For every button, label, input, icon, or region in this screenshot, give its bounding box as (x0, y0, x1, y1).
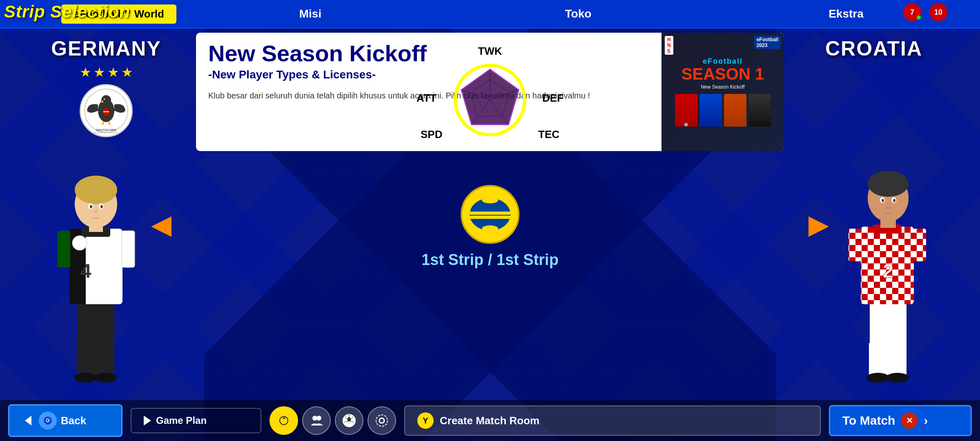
triangle-icon (144, 416, 151, 425)
left-team-name: GERMANY (51, 37, 161, 60)
banner-left-content: New Season Kickoff -New Player Types & L… (196, 33, 662, 151)
star-1: ★ (80, 65, 91, 80)
season-sublabel: New Season Kickoff (701, 84, 744, 90)
svg-rect-46 (870, 302, 888, 343)
squad-icon (309, 413, 324, 428)
ball-icon-active (276, 413, 291, 428)
online-indicator (917, 16, 921, 20)
svg-point-23 (75, 176, 117, 204)
svg-marker-68 (25, 416, 31, 425)
to-match-label: To Match (842, 414, 895, 428)
svg-point-27 (100, 205, 103, 208)
banner-right-promo: eFootball2023 HNS eFootball SEASON 1 New… (662, 33, 784, 151)
svg-point-71 (277, 414, 290, 427)
svg-point-83 (376, 415, 388, 426)
efootball-text: eFootball (703, 57, 743, 66)
hns-badge: HNS (665, 36, 673, 55)
svg-rect-5 (103, 111, 109, 112)
prev-strip-button[interactable] (147, 212, 176, 243)
to-match-button[interactable]: To Match ✕ › (829, 405, 972, 436)
svg-point-51 (886, 373, 909, 383)
croatia-player-svg: 2 (825, 122, 947, 400)
player-thumb-3 (724, 94, 746, 127)
top-navigation: Strip Selection eFootball™ World Misi To… (0, 0, 980, 29)
svg-text:O: O (46, 418, 49, 423)
svg-rect-21 (122, 231, 135, 267)
promo-collage: eFootball SEASON 1 New Season Kickoff ⚽ (662, 33, 784, 151)
team-strip-icon-btn[interactable] (270, 406, 298, 435)
svg-point-26 (90, 205, 92, 208)
promo-banner: New Season Kickoff -New Player Types & L… (196, 33, 784, 151)
svg-rect-49 (887, 343, 906, 376)
back-label: Back (61, 414, 86, 427)
svg-point-19 (72, 236, 87, 250)
star-4: ★ (121, 65, 133, 80)
squad-icon-btn[interactable] (302, 406, 331, 435)
game-plan-button[interactable]: Game Plan (131, 408, 261, 433)
player-thumb-2 (699, 94, 722, 127)
back-circle-icon: O (39, 412, 57, 430)
banner-subtitle: -New Player Types & Licenses- (208, 68, 649, 81)
svg-text:4: 4 (80, 260, 91, 282)
svg-rect-12 (95, 343, 114, 376)
left-team-section: GERMANY ★ ★ ★ ★ (0, 29, 212, 400)
svg-rect-48 (869, 343, 888, 376)
football-icon (342, 413, 356, 428)
svg-point-13 (74, 373, 97, 383)
svg-point-2 (101, 95, 111, 106)
svg-rect-60 (913, 229, 926, 261)
nav-toko[interactable]: Toko (444, 7, 712, 20)
football-icon-btn[interactable] (335, 406, 363, 435)
svg-point-62 (868, 171, 909, 197)
settings-icon (374, 413, 389, 428)
game-plan-label: Game Plan (156, 415, 207, 426)
svg-point-43 (482, 225, 498, 232)
right-team-section: CROATIA (768, 29, 980, 400)
page-title: Strip Selection (4, 2, 130, 22)
player-thumb-1: ⚽ (675, 94, 697, 127)
star-3: ★ (107, 65, 119, 80)
germany-player-figure: 4 (33, 122, 155, 400)
notification-badge-2[interactable]: 10 (929, 3, 947, 21)
y-button-icon: Y (417, 412, 434, 429)
main-content: GERMANY ★ ★ ★ ★ (0, 29, 980, 400)
banner-description: Klub besar dari seluruh dunia telah dipi… (208, 89, 649, 102)
svg-rect-20 (57, 231, 70, 267)
svg-point-74 (316, 416, 321, 421)
create-match-button[interactable]: Y Create Match Room (404, 405, 821, 436)
svg-point-14 (94, 373, 117, 383)
svg-rect-67 (880, 220, 896, 228)
center-strip-area: 1st Strip / 1st Strip (421, 184, 559, 269)
svg-point-66 (893, 199, 895, 202)
strip-logo-svg (459, 184, 521, 245)
right-chevron-icon: › (924, 414, 928, 428)
banner-title: New Season Kickoff (208, 41, 649, 66)
strip-info-label: 1st Strip / 1st Strip (421, 251, 559, 269)
svg-point-6 (104, 98, 105, 100)
svg-rect-47 (888, 302, 906, 343)
bottom-action-bar: O Back Game Plan (0, 400, 980, 441)
settings-icon-btn[interactable] (368, 406, 396, 435)
croatia-player-figure: 2 (825, 122, 947, 400)
nav-misi[interactable]: Misi (176, 7, 444, 20)
svg-rect-28 (89, 224, 103, 232)
team-stars: ★ ★ ★ ★ (80, 65, 133, 80)
svg-point-42 (482, 197, 498, 203)
svg-rect-41 (470, 216, 510, 219)
left-arrow-icon (147, 212, 176, 241)
icon-button-group (270, 406, 396, 435)
svg-rect-9 (78, 302, 96, 343)
back-circle-svg: O (43, 416, 52, 425)
germany-player-svg: 4 (33, 122, 155, 400)
right-team-name: CROATIA (825, 37, 922, 60)
svg-rect-10 (96, 302, 114, 343)
svg-rect-59 (849, 229, 862, 261)
notification-area: 7 10 (903, 3, 947, 21)
left-chevron-icon (22, 414, 35, 427)
svg-point-50 (866, 373, 889, 383)
back-button[interactable]: O Back (8, 404, 122, 437)
player-thumbnails: ⚽ (675, 94, 771, 127)
svg-point-65 (882, 199, 884, 202)
svg-marker-44 (151, 216, 172, 237)
svg-text:2: 2 (883, 260, 894, 282)
